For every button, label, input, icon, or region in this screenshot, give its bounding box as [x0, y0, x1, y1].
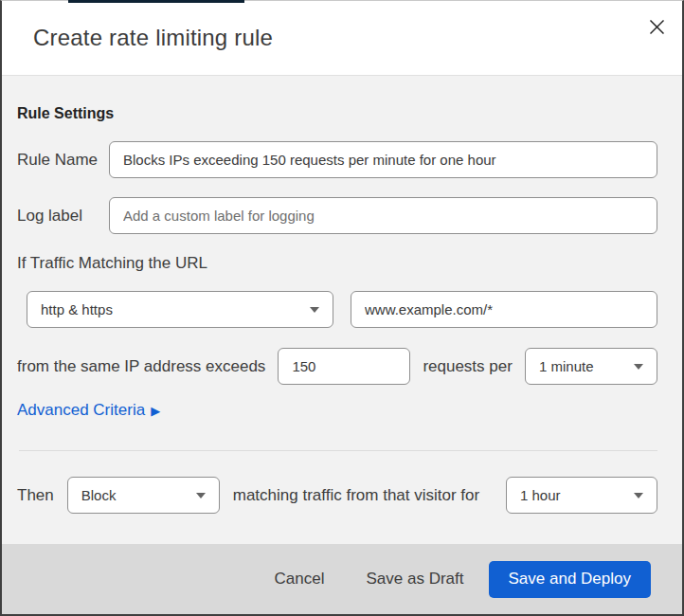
duration-select[interactable]: 1 hour [506, 477, 657, 514]
threshold-row: from the same IP address exceeds request… [17, 348, 657, 385]
matching-traffic-text: matching traffic from that visitor for [233, 486, 479, 505]
cancel-button[interactable]: Cancel [254, 562, 346, 596]
action-select-value: Block [81, 487, 117, 503]
chevron-down-icon [310, 307, 319, 313]
log-label-input[interactable] [109, 197, 657, 234]
advanced-criteria-label: Advanced Criteria [17, 401, 145, 420]
background-page-strip [68, 0, 244, 3]
url-match-row: http & https [17, 291, 657, 328]
dialog-body: Rule Settings Rule Name Log label If Tra… [2, 76, 682, 544]
dialog-header: Create rate limiting rule [2, 1, 682, 76]
action-row: Then Block matching traffic from that vi… [17, 477, 657, 514]
exceeds-prefix-text: from the same IP address exceeds [17, 357, 265, 376]
rule-name-row: Rule Name [17, 141, 657, 178]
duration-select-value: 1 hour [520, 487, 561, 503]
rule-settings-heading: Rule Settings [17, 105, 657, 122]
save-and-deploy-button[interactable]: Save and Deploy [489, 561, 651, 598]
create-rate-limiting-rule-dialog: Create rate limiting rule Rule Settings … [0, 0, 684, 616]
advanced-criteria-link[interactable]: Advanced Criteria ▶ [17, 401, 160, 420]
screen: Create rate limiting rule Rule Settings … [0, 0, 684, 616]
dialog-title: Create rate limiting rule [33, 25, 273, 51]
threshold-input[interactable] [278, 348, 410, 385]
chevron-down-icon [634, 493, 643, 498]
rule-name-label: Rule Name [17, 151, 109, 170]
triangle-right-icon: ▶ [151, 405, 160, 417]
dialog-footer: Cancel Save as Draft Save and Deploy [2, 544, 682, 614]
log-label-label: Log label [17, 207, 109, 226]
section-divider [19, 450, 657, 451]
log-label-row: Log label [17, 197, 657, 234]
if-traffic-matching-text: If Traffic Matching the URL [17, 254, 657, 273]
scheme-select-value: http & https [41, 301, 113, 317]
scheme-select[interactable]: http & https [27, 291, 333, 328]
chevron-down-icon [196, 493, 206, 498]
url-pattern-input[interactable] [351, 291, 657, 328]
period-select[interactable]: 1 minute [525, 348, 657, 385]
close-icon [648, 18, 666, 39]
chevron-down-icon [634, 364, 643, 370]
close-button[interactable] [642, 14, 671, 43]
period-select-value: 1 minute [539, 358, 594, 374]
rule-name-input[interactable] [109, 141, 657, 178]
action-select[interactable]: Block [67, 477, 220, 514]
requests-per-text: requests per [423, 357, 513, 376]
save-as-draft-button[interactable]: Save as Draft [346, 562, 485, 596]
then-text: Then [17, 486, 54, 505]
